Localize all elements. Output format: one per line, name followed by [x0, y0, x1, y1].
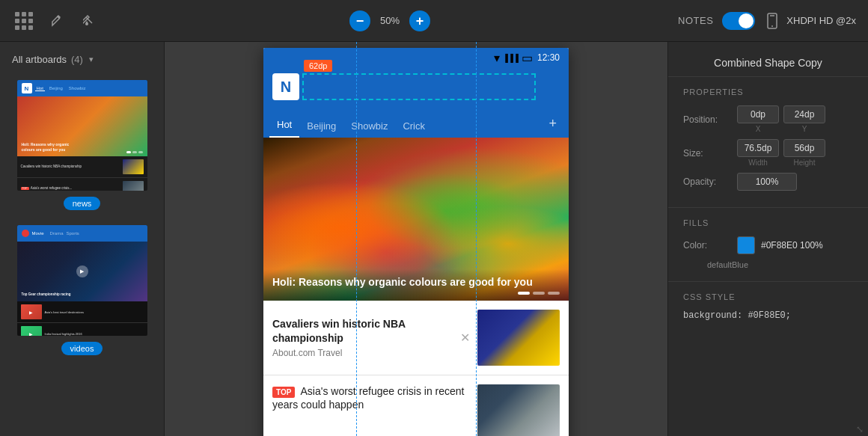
toggle-knob [739, 13, 754, 28]
nav-tab-crick[interactable]: Crick [395, 120, 433, 138]
device-selector[interactable]: XHDPI HD @2x [764, 13, 856, 29]
thumb-logo: N [22, 83, 32, 93]
hero-dot-1 [518, 292, 530, 295]
artboard-thumb-news: N Hot Beijing Showbiz Holi: Reasons why … [17, 80, 147, 191]
size-width-input[interactable]: 76.5dp [737, 139, 779, 157]
position-y-label: Y [802, 125, 807, 133]
css-section: CSS STYLE background: #0F88E0; [668, 282, 868, 436]
hero-dot-2 [533, 292, 545, 295]
article-1-close-button[interactable]: ✕ [460, 331, 470, 345]
fill-tool-button[interactable] [78, 9, 102, 33]
artboard-label-news[interactable]: news [64, 197, 101, 210]
notes-label: NOTES [678, 15, 713, 26]
artboard-item-news[interactable]: N Hot Beijing Showbiz Holi: Reasons why … [0, 74, 164, 219]
app-header-container: N 62dp [263, 67, 569, 106]
position-y-input[interactable]: 24dp [783, 105, 825, 123]
hero-text: Holi: Reasons why organic colours are go… [263, 269, 569, 301]
phone-frame: ▾ ▐▐▐ ▭ 12:30 N 62dp [263, 48, 569, 436]
article-1-image [477, 310, 560, 366]
article-2-text: TOP Asia's worst refugee crisis in recen… [272, 384, 470, 411]
article-2-image [477, 384, 560, 436]
opacity-input[interactable]: 100% [737, 173, 797, 191]
position-row: Position: 0dp X 24dp Y [683, 105, 853, 133]
chevron-down-icon: ▾ [89, 55, 94, 64]
artboard-thumb-videos: Movie Drama Sports ▶ Top Gear championsh… [17, 225, 147, 336]
size-inputs: 76.5dp Width 56dp Height [737, 139, 853, 167]
thumb-tabs: Hot Beijing Showbiz [35, 86, 88, 91]
article-1-title: Cavaliers win historic NBA championship [272, 317, 453, 344]
article-2-title: TOP Asia's worst refugee crisis in recen… [272, 384, 470, 411]
article-row-2: TOP Asia's worst refugee crisis in recen… [263, 375, 569, 436]
right-panel: Combined Shape Copy PROPERTIES Position:… [667, 42, 868, 436]
css-header: CSS STYLE [683, 292, 853, 301]
thumb-image: Holi: Reasons why organic colours are go… [17, 96, 147, 156]
hero-dot-3 [548, 292, 560, 295]
position-x-label: X [756, 125, 761, 133]
nav-tab-beijing[interactable]: Beijing [299, 120, 343, 138]
color-swatch[interactable] [737, 236, 755, 254]
nav-tab-hot[interactable]: Hot [269, 119, 299, 138]
artboard-label-videos[interactable]: videos [61, 342, 103, 355]
artboard-item-videos[interactable]: Movie Drama Sports ▶ Top Gear championsh… [0, 219, 164, 364]
size-width-group: 76.5dp Width [737, 139, 779, 167]
thumb-dots [126, 151, 143, 153]
zoom-in-button[interactable]: + [409, 10, 430, 31]
thumb-article-2: TOPAsia's worst refugee crisis... [17, 178, 147, 191]
thumb-article-img [123, 159, 144, 174]
top-badge: TOP [272, 387, 295, 398]
hero-section: Holi: Reasons why organic colours are go… [263, 138, 569, 301]
size-height-input[interactable]: 56dp [783, 139, 825, 157]
artboards-title: All artboards [12, 54, 67, 65]
device-label: XHDPI HD @2x [786, 15, 856, 26]
position-x-group: 0dp X [737, 105, 779, 133]
properties-section: PROPERTIES Position: 0dp X 24dp Y Siz [668, 77, 868, 208]
fills-header: FILLS [683, 218, 853, 227]
size-width-label: Width [748, 159, 768, 167]
artboards-header[interactable]: All artboards (4) ▾ [0, 51, 164, 74]
resize-handle[interactable]: ⤡ [856, 424, 865, 433]
thumb-article-img-2 [123, 181, 144, 191]
wifi-icon: ▾ [494, 51, 500, 65]
thumb-header: N Hot Beijing Showbiz [17, 80, 147, 96]
artboards-count: (4) [71, 54, 83, 65]
position-inputs: 0dp X 24dp Y [737, 105, 853, 133]
article-row-1: Cavaliers win historic NBA championship … [263, 301, 569, 375]
panel-title: Combined Shape Copy [668, 42, 868, 77]
app-logo: N [272, 73, 299, 100]
hero-dots [518, 292, 560, 295]
toolbar-left [12, 9, 102, 33]
thumb-headline: Holi: Reasons why organic colours are go… [22, 142, 82, 152]
opacity-label: Opacity: [683, 176, 731, 187]
status-icons: ▾ ▐▐▐ ▭ [494, 51, 533, 65]
zoom-out-button[interactable]: − [349, 10, 370, 31]
pen-tool-button[interactable] [45, 9, 69, 33]
size-height-label: Height [794, 159, 816, 167]
color-row: Color: #0F88E0 100% [683, 236, 853, 254]
nav-add-button[interactable]: + [542, 116, 563, 138]
size-height-group: 56dp Height [783, 139, 825, 167]
color-label: Color: [683, 240, 731, 251]
grid-icon-btn[interactable] [12, 9, 36, 33]
article-1-text: Cavaliers win historic NBA championship … [272, 317, 453, 357]
app-header: N [263, 67, 569, 106]
nav-tab-showbiz[interactable]: Showbiz [343, 120, 395, 138]
notes-toggle[interactable] [722, 12, 755, 30]
battery-icon: ▭ [522, 51, 533, 65]
grid-icon [15, 12, 33, 30]
status-time: 12:30 [537, 52, 560, 63]
toolbar-right: NOTES XHDPI HD @2x [678, 12, 856, 30]
fills-section: FILLS Color: #0F88E0 100% defaultBlue [668, 208, 868, 282]
left-sidebar: All artboards (4) ▾ N Hot Beijing Showbi… [0, 42, 165, 436]
thumb-article-text: Cavaliers win historic NBA championship [21, 165, 120, 169]
article-2-title-text: Asia's worst refugee crisis in recent ye… [272, 385, 465, 411]
nav-tabs: Hot Beijing Showbiz Crick + [263, 106, 569, 138]
main-area: All artboards (4) ▾ N Hot Beijing Showbi… [0, 42, 868, 436]
status-bar: ▾ ▐▐▐ ▭ 12:30 [263, 48, 569, 67]
toolbar-center: − 50% + [349, 10, 430, 31]
position-x-input[interactable]: 0dp [737, 105, 779, 123]
opacity-row: Opacity: 100% [683, 173, 853, 191]
properties-header: PROPERTIES [683, 87, 853, 96]
device-phone-icon [764, 13, 780, 29]
css-value: background: #0F88E0; [683, 310, 853, 321]
toolbar: − 50% + NOTES XHDPI HD @2x [0, 0, 868, 42]
